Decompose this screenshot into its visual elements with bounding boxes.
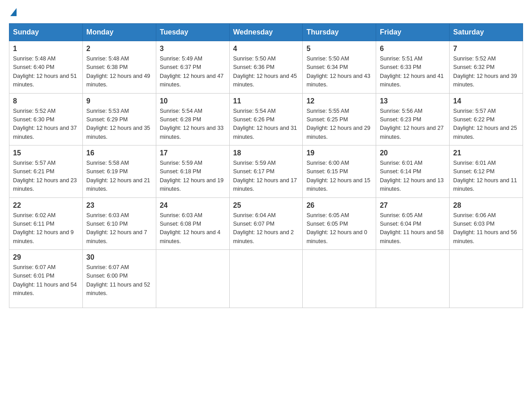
- day-number: 19: [306, 149, 372, 157]
- day-info: Sunrise: 5:49 AMSunset: 6:37 PMDaylight:…: [160, 55, 226, 90]
- day-info: Sunrise: 5:48 AMSunset: 6:38 PMDaylight:…: [86, 55, 152, 90]
- day-number: 9: [86, 97, 152, 105]
- day-number: 3: [160, 45, 226, 53]
- table-row: 19Sunrise: 6:00 AMSunset: 6:15 PMDayligh…: [303, 146, 376, 198]
- table-row: [450, 250, 523, 308]
- table-row: 8Sunrise: 5:52 AMSunset: 6:30 PMDaylight…: [9, 93, 83, 146]
- day-info: Sunrise: 5:57 AMSunset: 6:22 PMDaylight:…: [453, 107, 519, 142]
- day-number: 27: [380, 201, 446, 210]
- calendar-week-row: 15Sunrise: 5:57 AMSunset: 6:21 PMDayligh…: [9, 146, 523, 198]
- day-info: Sunrise: 6:07 AMSunset: 6:01 PMDaylight:…: [13, 263, 79, 298]
- day-info: Sunrise: 6:05 AMSunset: 6:04 PMDaylight:…: [380, 211, 446, 246]
- table-row: 16Sunrise: 5:58 AMSunset: 6:19 PMDayligh…: [82, 146, 156, 198]
- table-row: 15Sunrise: 5:57 AMSunset: 6:21 PMDayligh…: [9, 146, 83, 198]
- day-number: 15: [13, 149, 79, 157]
- calendar-week-row: 29Sunrise: 6:07 AMSunset: 6:01 PMDayligh…: [9, 250, 523, 308]
- day-number: 22: [13, 201, 79, 210]
- day-info: Sunrise: 6:03 AMSunset: 6:08 PMDaylight:…: [160, 211, 226, 246]
- day-number: 20: [380, 149, 446, 157]
- table-row: 30Sunrise: 6:07 AMSunset: 6:00 PMDayligh…: [82, 250, 156, 308]
- table-row: [229, 250, 303, 308]
- day-number: 30: [86, 253, 152, 261]
- calendar-week-row: 1Sunrise: 5:48 AMSunset: 6:40 PMDaylight…: [9, 41, 523, 94]
- day-number: 28: [453, 201, 519, 210]
- day-info: Sunrise: 6:03 AMSunset: 6:10 PMDaylight:…: [86, 211, 152, 246]
- calendar-week-row: 22Sunrise: 6:02 AMSunset: 6:11 PMDayligh…: [9, 197, 523, 250]
- table-row: 28Sunrise: 6:06 AMSunset: 6:03 PMDayligh…: [450, 197, 523, 250]
- day-info: Sunrise: 5:50 AMSunset: 6:36 PMDaylight:…: [233, 55, 299, 90]
- table-row: 2Sunrise: 5:48 AMSunset: 6:38 PMDaylight…: [82, 41, 156, 94]
- header-row: Sunday Monday Tuesday Wednesday Thursday…: [9, 24, 523, 41]
- day-number: 2: [86, 45, 152, 53]
- day-info: Sunrise: 5:58 AMSunset: 6:19 PMDaylight:…: [86, 159, 152, 194]
- day-number: 7: [453, 45, 519, 53]
- day-number: 25: [233, 201, 299, 210]
- day-info: Sunrise: 5:50 AMSunset: 6:34 PMDaylight:…: [306, 55, 372, 90]
- page-header: [9, 9, 523, 16]
- day-info: Sunrise: 5:57 AMSunset: 6:21 PMDaylight:…: [13, 159, 79, 194]
- calendar-header: Sunday Monday Tuesday Wednesday Thursday…: [9, 24, 523, 41]
- table-row: [376, 250, 450, 308]
- calendar-week-row: 8Sunrise: 5:52 AMSunset: 6:30 PMDaylight…: [9, 93, 523, 146]
- logo: [9, 9, 17, 16]
- day-number: 12: [306, 97, 372, 105]
- day-info: Sunrise: 6:04 AMSunset: 6:07 PMDaylight:…: [233, 211, 299, 246]
- day-number: 21: [453, 149, 519, 157]
- day-info: Sunrise: 5:56 AMSunset: 6:23 PMDaylight:…: [380, 107, 446, 142]
- col-tuesday: Tuesday: [156, 24, 229, 41]
- day-info: Sunrise: 6:07 AMSunset: 6:00 PMDaylight:…: [86, 263, 152, 298]
- day-number: 8: [13, 97, 79, 105]
- day-info: Sunrise: 6:05 AMSunset: 6:05 PMDaylight:…: [306, 211, 372, 246]
- table-row: 10Sunrise: 5:54 AMSunset: 6:28 PMDayligh…: [156, 93, 229, 146]
- table-row: 29Sunrise: 6:07 AMSunset: 6:01 PMDayligh…: [9, 250, 83, 308]
- day-info: Sunrise: 5:59 AMSunset: 6:18 PMDaylight:…: [160, 159, 226, 194]
- table-row: 17Sunrise: 5:59 AMSunset: 6:18 PMDayligh…: [156, 146, 229, 198]
- calendar-body: 1Sunrise: 5:48 AMSunset: 6:40 PMDaylight…: [9, 41, 523, 308]
- table-row: [303, 250, 376, 308]
- col-saturday: Saturday: [450, 24, 523, 41]
- table-row: 25Sunrise: 6:04 AMSunset: 6:07 PMDayligh…: [229, 197, 303, 250]
- day-info: Sunrise: 6:01 AMSunset: 6:14 PMDaylight:…: [380, 159, 446, 194]
- day-number: 11: [233, 97, 299, 105]
- day-number: 16: [86, 149, 152, 157]
- day-number: 23: [86, 201, 152, 210]
- day-info: Sunrise: 6:00 AMSunset: 6:15 PMDaylight:…: [306, 159, 372, 194]
- day-number: 4: [233, 45, 299, 53]
- calendar-table: Sunday Monday Tuesday Wednesday Thursday…: [9, 23, 523, 308]
- table-row: 18Sunrise: 5:59 AMSunset: 6:17 PMDayligh…: [229, 146, 303, 198]
- day-number: 13: [380, 97, 446, 105]
- col-thursday: Thursday: [303, 24, 376, 41]
- col-monday: Monday: [82, 24, 156, 41]
- col-friday: Friday: [376, 24, 450, 41]
- day-number: 18: [233, 149, 299, 157]
- day-number: 26: [306, 201, 372, 210]
- table-row: 27Sunrise: 6:05 AMSunset: 6:04 PMDayligh…: [376, 197, 450, 250]
- table-row: 22Sunrise: 6:02 AMSunset: 6:11 PMDayligh…: [9, 197, 83, 250]
- table-row: 4Sunrise: 5:50 AMSunset: 6:36 PMDaylight…: [229, 41, 303, 94]
- day-info: Sunrise: 6:01 AMSunset: 6:12 PMDaylight:…: [453, 159, 519, 194]
- day-number: 1: [13, 45, 79, 53]
- day-info: Sunrise: 5:51 AMSunset: 6:33 PMDaylight:…: [380, 55, 446, 90]
- table-row: 1Sunrise: 5:48 AMSunset: 6:40 PMDaylight…: [9, 41, 83, 94]
- day-info: Sunrise: 5:54 AMSunset: 6:28 PMDaylight:…: [160, 107, 226, 142]
- table-row: 21Sunrise: 6:01 AMSunset: 6:12 PMDayligh…: [450, 146, 523, 198]
- table-row: 23Sunrise: 6:03 AMSunset: 6:10 PMDayligh…: [82, 197, 156, 250]
- table-row: 26Sunrise: 6:05 AMSunset: 6:05 PMDayligh…: [303, 197, 376, 250]
- col-wednesday: Wednesday: [229, 24, 303, 41]
- day-number: 14: [453, 97, 519, 105]
- table-row: 24Sunrise: 6:03 AMSunset: 6:08 PMDayligh…: [156, 197, 229, 250]
- table-row: 13Sunrise: 5:56 AMSunset: 6:23 PMDayligh…: [376, 93, 450, 146]
- table-row: [156, 250, 229, 308]
- day-number: 29: [13, 253, 79, 261]
- table-row: 3Sunrise: 5:49 AMSunset: 6:37 PMDaylight…: [156, 41, 229, 94]
- day-info: Sunrise: 5:53 AMSunset: 6:29 PMDaylight:…: [86, 107, 152, 142]
- table-row: 14Sunrise: 5:57 AMSunset: 6:22 PMDayligh…: [450, 93, 523, 146]
- day-info: Sunrise: 5:59 AMSunset: 6:17 PMDaylight:…: [233, 159, 299, 194]
- day-info: Sunrise: 5:54 AMSunset: 6:26 PMDaylight:…: [233, 107, 299, 142]
- day-number: 6: [380, 45, 446, 53]
- table-row: 12Sunrise: 5:55 AMSunset: 6:25 PMDayligh…: [303, 93, 376, 146]
- table-row: 5Sunrise: 5:50 AMSunset: 6:34 PMDaylight…: [303, 41, 376, 94]
- day-info: Sunrise: 5:48 AMSunset: 6:40 PMDaylight:…: [13, 55, 79, 90]
- day-info: Sunrise: 6:02 AMSunset: 6:11 PMDaylight:…: [13, 211, 79, 246]
- col-sunday: Sunday: [9, 24, 83, 41]
